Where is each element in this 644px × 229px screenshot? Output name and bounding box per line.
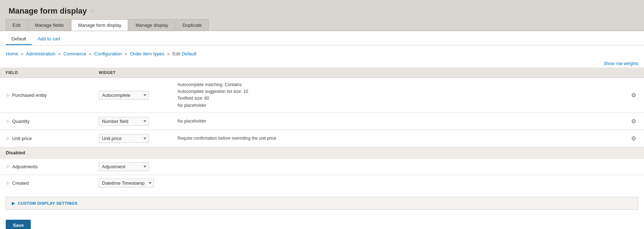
breadcrumb-order-item-types[interactable]: Order item types: [130, 51, 164, 56]
field-name-wrapper: ⊹ Purchased entity: [6, 92, 87, 98]
gear-cell-unit-price: ⚙: [623, 130, 644, 147]
gear-button-quantity[interactable]: ⚙: [629, 116, 638, 126]
main-content: Default Add to cart Home » Administratio…: [0, 31, 644, 229]
sub-tab-item-add-to-cart: Add to cart: [32, 34, 66, 45]
breadcrumb-sep-2: »: [58, 51, 60, 56]
field-label-created: Created: [12, 180, 29, 186]
field-name-wrapper: ⊹ Unit price: [6, 135, 87, 141]
widget-cell-adjustments: Adjustment: [93, 158, 172, 175]
field-cell-purchased-entity: ⊹ Purchased entity: [0, 78, 93, 113]
table-header: FIELD WIDGET: [0, 68, 644, 78]
summary-text-purchased-entity: Autocomplete matching: Contains Autocomp…: [177, 81, 618, 109]
table-row: ⊹ Adjustments Adjustment: [0, 158, 644, 175]
table-row: ⊹ Created Datetime Timestamp: [0, 175, 644, 191]
tab-manage-fields[interactable]: Manage fields: [28, 19, 70, 31]
field-label-adjustments: Adjustments: [12, 164, 38, 169]
show-row-weights-link[interactable]: Show row weights: [604, 61, 638, 66]
sub-tab-add-to-cart[interactable]: Add to cart: [32, 34, 66, 45]
table-body: ⊹ Purchased entity Autocomplete Autocomp…: [0, 78, 644, 191]
primary-tabs-list: Edit Manage fields Manage form display M…: [6, 19, 644, 31]
widget-cell-unit-price: Unit price: [93, 130, 172, 147]
drag-handle-quantity[interactable]: ⊹: [6, 118, 10, 124]
col-header-gear: [623, 68, 644, 78]
widget-cell-quantity: Number field: [93, 113, 172, 130]
breadcrumb-sep-4: »: [125, 51, 127, 56]
tab-edit[interactable]: Edit: [6, 19, 27, 31]
tab-item-edit: Edit: [6, 19, 28, 31]
save-button[interactable]: Save: [6, 220, 31, 229]
fields-table: FIELD WIDGET ⊹ Purchased entity: [0, 68, 644, 191]
gear-button-unit-price[interactable]: ⚙: [629, 134, 638, 143]
widget-cell-purchased-entity: Autocomplete: [93, 78, 172, 113]
table-row: ⊹ Quantity Number field No placeholder ⚙: [0, 113, 644, 130]
summary-text-quantity: No placeholder: [177, 118, 618, 125]
breadcrumb-edit-label: Edit: [172, 51, 182, 56]
widget-select-quantity[interactable]: Number field: [99, 117, 149, 126]
col-header-summary: [172, 68, 623, 78]
field-cell-quantity: ⊹ Quantity: [0, 113, 93, 130]
field-label-unit-price: Unit price: [12, 136, 32, 141]
sub-tabs-list: Default Add to cart: [6, 34, 638, 45]
drag-handle-created[interactable]: ⊹: [6, 180, 10, 186]
save-bar: Save: [0, 215, 644, 229]
page-wrapper: Manage form display ☆ Edit Manage fields…: [0, 0, 644, 229]
summary-cell-purchased-entity: Autocomplete matching: Contains Autocomp…: [172, 78, 623, 113]
field-name-wrapper: ⊹ Adjustments: [6, 164, 87, 169]
widget-select-created[interactable]: Datetime Timestamp: [99, 179, 154, 188]
breadcrumb-commerce[interactable]: Commerce: [63, 51, 86, 56]
tab-item-duplicate: Duplicate: [176, 19, 209, 31]
summary-cell-quantity: No placeholder: [172, 113, 623, 130]
drag-handle-adjustments[interactable]: ⊹: [6, 164, 10, 169]
col-header-widget: WIDGET: [93, 68, 172, 78]
table-header-row: FIELD WIDGET: [0, 68, 644, 78]
gear-cell-adjustments: [623, 158, 644, 175]
sub-tabs-bar: Default Add to cart: [0, 31, 644, 45]
page-title-bar: Manage form display ☆: [0, 0, 644, 19]
summary-cell-unit-price: Require confirmation before overriding t…: [172, 130, 623, 147]
summary-cell-adjustments: [172, 158, 623, 175]
gear-button-purchased-entity[interactable]: ⚙: [629, 90, 638, 100]
widget-select-unit-price[interactable]: Unit price: [99, 134, 149, 143]
disabled-section-row: Disabled: [0, 147, 644, 158]
breadcrumb-home[interactable]: Home: [6, 51, 18, 56]
field-label-quantity: Quantity: [12, 119, 29, 124]
row-weights-bar: Show row weights: [0, 60, 644, 68]
favorite-star-icon[interactable]: ☆: [90, 7, 96, 15]
field-cell-adjustments: ⊹ Adjustments: [0, 158, 93, 175]
breadcrumb-administration[interactable]: Administration: [26, 51, 55, 56]
gear-cell-purchased-entity: ⚙: [623, 78, 644, 113]
breadcrumb-sep-5: »: [167, 51, 170, 56]
widget-select-adjustments[interactable]: Adjustment: [99, 162, 149, 171]
tab-duplicate[interactable]: Duplicate: [176, 19, 209, 31]
gear-cell-quantity: ⚙: [623, 113, 644, 130]
table-row: ⊹ Purchased entity Autocomplete Autocomp…: [0, 78, 644, 113]
custom-display-section: ▶ CUSTOM DISPLAY SETTINGS: [6, 197, 638, 210]
widget-select-purchased-entity[interactable]: Autocomplete: [99, 91, 149, 100]
sub-tab-item-default: Default: [6, 34, 32, 45]
widget-cell-created: Datetime Timestamp: [93, 175, 172, 191]
breadcrumb-sep-3: »: [89, 51, 92, 56]
col-header-field: FIELD: [0, 68, 93, 78]
field-name-wrapper: ⊹ Created: [6, 180, 87, 186]
tab-manage-form-display[interactable]: Manage form display: [71, 19, 128, 31]
breadcrumb-default[interactable]: Default: [182, 51, 196, 56]
custom-display-label: CUSTOM DISPLAY SETTINGS: [18, 201, 78, 205]
field-cell-unit-price: ⊹ Unit price: [0, 130, 93, 147]
page-title: Manage form display: [9, 6, 87, 16]
field-label-purchased-entity: Purchased entity: [12, 93, 47, 98]
tab-manage-display[interactable]: Manage display: [129, 19, 175, 31]
field-name-wrapper: ⊹ Quantity: [6, 118, 87, 124]
breadcrumb: Home » Administration » Commerce » Confi…: [0, 48, 644, 60]
custom-display-header[interactable]: ▶ CUSTOM DISPLAY SETTINGS: [6, 197, 638, 209]
tab-item-manage-display: Manage display: [129, 19, 176, 31]
breadcrumb-weights-bar: Home » Administration » Commerce » Confi…: [0, 45, 644, 68]
drag-handle-purchased-entity[interactable]: ⊹: [6, 92, 10, 98]
disabled-section-label: Disabled: [0, 147, 644, 158]
breadcrumb-configuration[interactable]: Configuration: [94, 51, 122, 56]
primary-tabs-bar: Edit Manage fields Manage form display M…: [0, 19, 644, 31]
summary-cell-created: [172, 175, 623, 191]
drag-handle-unit-price[interactable]: ⊹: [6, 135, 10, 141]
summary-text-unit-price: Require confirmation before overriding t…: [177, 135, 618, 142]
sub-tab-default[interactable]: Default: [6, 34, 32, 45]
tab-item-manage-fields: Manage fields: [28, 19, 71, 31]
